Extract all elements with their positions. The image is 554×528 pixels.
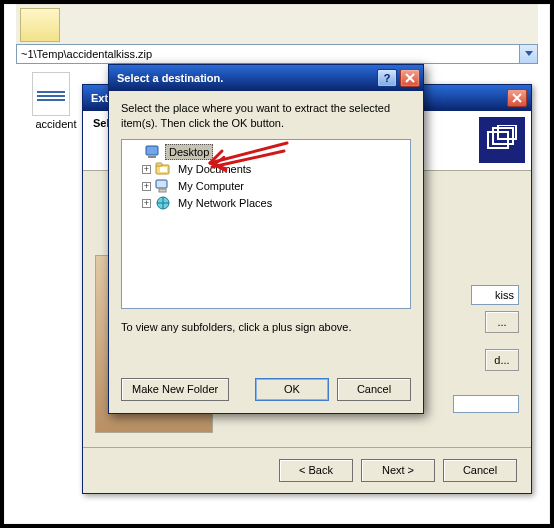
svg-rect-4 <box>493 128 513 144</box>
destination-hint: To view any subfolders, click a plus sig… <box>121 321 411 333</box>
make-new-folder-button[interactable]: Make New Folder <box>121 378 229 401</box>
wizard-button-row: < Back Next > Cancel <box>83 447 531 493</box>
tree-label-mycomputer: My Computer <box>175 179 247 193</box>
desktop-icon <box>145 144 161 160</box>
close-icon <box>405 73 415 83</box>
destination-dialog: Select a destination. ? Select the place… <box>108 64 424 414</box>
tree-node-mynetwork[interactable]: + My Network Places <box>124 195 408 212</box>
tree-label-mydocs: My Documents <box>175 162 254 176</box>
wizard-browse-button[interactable]: ... <box>485 311 519 333</box>
svg-rect-11 <box>156 163 162 166</box>
wizard-cancel-button[interactable]: Cancel <box>443 459 517 482</box>
tree-label-mynetwork: My Network Places <box>175 196 275 210</box>
svg-marker-0 <box>525 51 533 56</box>
svg-rect-14 <box>159 189 166 192</box>
wizard-back-button[interactable]: < Back <box>279 459 353 482</box>
wizard-empty-field[interactable] <box>453 395 519 413</box>
folder-thumb-icon <box>20 8 60 42</box>
destination-instruction: Select the place where you want to extra… <box>121 101 411 131</box>
network-icon <box>155 195 171 211</box>
chevron-down-icon <box>525 51 533 57</box>
address-dropdown-button[interactable] <box>519 45 537 63</box>
expand-icon[interactable]: + <box>142 165 151 174</box>
address-bar[interactable]: ~1\Temp\accidentalkiss.zip <box>16 44 538 64</box>
folder-stack-icon <box>479 117 525 163</box>
destination-help-button[interactable]: ? <box>377 69 397 87</box>
extract-wizard-close-button[interactable] <box>507 89 527 107</box>
documents-icon <box>155 161 171 177</box>
tree-node-mydocs[interactable]: + My Documents <box>124 161 408 178</box>
svg-rect-13 <box>156 180 167 188</box>
ok-button[interactable]: OK <box>255 378 329 401</box>
tree-node-mycomputer[interactable]: + My Computer <box>124 178 408 195</box>
destination-titlebar[interactable]: Select a destination. ? <box>109 65 423 91</box>
zip-file-label: accident <box>26 118 86 130</box>
destination-close-button[interactable] <box>400 69 420 87</box>
svg-rect-9 <box>148 156 156 158</box>
address-text: ~1\Temp\accidentalkiss.zip <box>17 48 519 60</box>
wizard-path-field[interactable]: kiss <box>471 285 519 305</box>
expand-icon[interactable]: + <box>142 182 151 191</box>
wizard-password-button[interactable]: d... <box>485 349 519 371</box>
computer-icon <box>155 178 171 194</box>
zip-file-icon[interactable] <box>32 72 70 116</box>
tree-node-desktop[interactable]: Desktop <box>124 144 408 161</box>
destination-button-row: Make New Folder OK Cancel <box>121 378 411 401</box>
file-icon-area: accident <box>26 72 86 132</box>
svg-rect-8 <box>146 146 158 155</box>
cancel-button[interactable]: Cancel <box>337 378 411 401</box>
close-icon <box>512 93 522 103</box>
expand-icon[interactable]: + <box>142 199 151 208</box>
wizard-next-button[interactable]: Next > <box>361 459 435 482</box>
destination-title: Select a destination. <box>109 72 377 84</box>
folder-tree[interactable]: Desktop + My Documents + My Computer + <box>121 139 411 309</box>
svg-rect-12 <box>160 167 167 172</box>
tree-label-desktop: Desktop <box>165 144 213 160</box>
